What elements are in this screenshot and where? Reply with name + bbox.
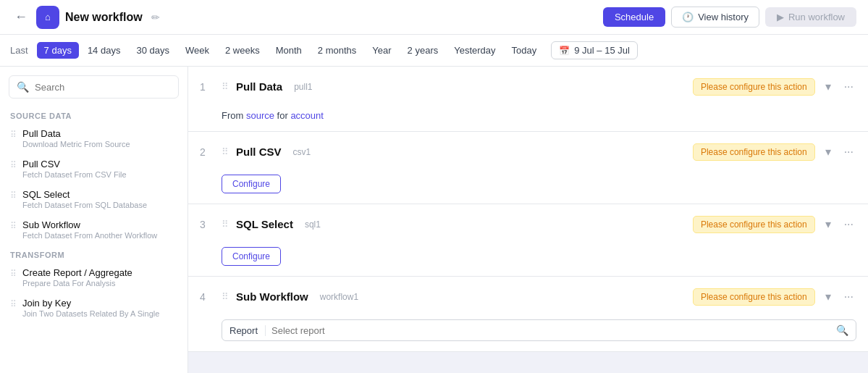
time-btn-month[interactable]: Month: [269, 42, 309, 59]
sidebar-item-pull-csv[interactable]: ⠿ Pull CSV Fetch Dataset From CSV File: [0, 154, 187, 184]
sidebar-item-name: Pull CSV: [22, 159, 127, 169]
action-row-3: 3 ⠿ SQL Select sql1 Please configure thi…: [188, 204, 868, 277]
sidebar-item-name: Create Report / Aggregate: [22, 267, 132, 278]
more-options-button-2[interactable]: ···: [841, 143, 856, 162]
action-body-1: From source for account: [188, 106, 868, 131]
schedule-button[interactable]: Schedule: [603, 7, 665, 27]
sidebar: 🔍 SOURCE DATA ⠿ Pull Data Download Metri…: [0, 67, 188, 373]
action-name-2: Pull CSV: [236, 146, 282, 158]
chevron-down-button-1[interactable]: ▾: [822, 77, 834, 96]
action-row-2: 2 ⠿ Pull CSV csv1 Please configure this …: [188, 132, 868, 204]
drag-handle-icon: ⠿: [10, 298, 17, 309]
configure-button-3[interactable]: Configure: [222, 247, 281, 266]
report-label: Report: [229, 325, 266, 336]
view-history-button[interactable]: 🕐 View history: [671, 7, 759, 28]
drag-handle-icon: ⠿: [10, 159, 17, 170]
configure-badge-1: Please configure this action: [693, 78, 815, 96]
search-wrap: 🔍: [0, 75, 187, 106]
sidebar-item-desc: Download Metric From Source: [22, 140, 130, 148]
run-icon: ▶: [777, 12, 784, 22]
search-box: 🔍: [9, 75, 179, 99]
action-drag-icon-2: ⠿: [222, 146, 229, 157]
run-workflow-button[interactable]: ▶ Run workflow: [765, 7, 856, 27]
action-body-4: Report 🔍: [188, 317, 868, 351]
header-left: ← ⌂ New workflow ✏: [12, 6, 603, 29]
more-options-button-3[interactable]: ···: [841, 215, 856, 234]
action-row-1: 1 ⠿ Pull Data pull1 Please configure thi…: [188, 67, 868, 132]
sidebar-item-sub-workflow[interactable]: ⠿ Sub Workflow Fetch Dataset From Anothe…: [0, 214, 187, 245]
workflow-area: 1 ⠿ Pull Data pull1 Please configure thi…: [188, 67, 868, 352]
source-link[interactable]: source: [246, 110, 274, 121]
configure-badge-4: Please configure this action: [693, 288, 815, 306]
time-btn-today[interactable]: Today: [505, 42, 544, 59]
action-name-1: Pull Data: [236, 80, 282, 93]
sidebar-item-create-report[interactable]: ⠿ Create Report / Aggregate Prepare Data…: [0, 262, 187, 293]
report-select: Report 🔍: [222, 319, 856, 341]
sidebar-item-desc: Fetch Dataset From SQL Database: [22, 201, 147, 209]
time-btn-2months[interactable]: 2 months: [311, 42, 363, 59]
back-button[interactable]: ←: [12, 7, 30, 28]
action-id-4: workflow1: [320, 292, 358, 302]
report-search-icon: 🔍: [836, 324, 848, 336]
time-btn-30days[interactable]: 30 days: [129, 42, 177, 59]
time-btn-2weeks[interactable]: 2 weeks: [218, 42, 267, 59]
workflow-title: New workflow: [65, 11, 143, 24]
action-number-4: 4: [200, 291, 214, 303]
time-btn-2years[interactable]: 2 years: [400, 42, 446, 59]
action-number-1: 1: [200, 81, 214, 93]
edit-icon[interactable]: ✏: [151, 12, 160, 23]
sidebar-item-name: Sub Workflow: [22, 219, 157, 230]
action-name-4: Sub Workflow: [236, 290, 308, 303]
section-label-transform: TRANSFORM: [0, 245, 187, 262]
date-range-picker[interactable]: 📅 9 Jul – 15 Jul: [551, 41, 638, 59]
chevron-down-button-3[interactable]: ▾: [822, 214, 834, 234]
chevron-down-button-4[interactable]: ▾: [822, 287, 834, 306]
sidebar-item-name: SQL Select: [22, 189, 147, 200]
more-options-button-4[interactable]: ···: [841, 288, 856, 306]
action-id-1: pull1: [294, 82, 312, 92]
sidebar-item-desc: Join Two Datasets Related By A Single: [22, 309, 159, 318]
action-id-2: csv1: [293, 147, 311, 157]
drag-handle-icon: ⠿: [10, 128, 17, 140]
action-row-4: 4 ⠿ Sub Workflow workflow1 Please config…: [188, 277, 868, 352]
workflow-content: 1 ⠿ Pull Data pull1 Please configure thi…: [188, 67, 868, 373]
home-icon-button[interactable]: ⌂: [36, 6, 59, 29]
header: ← ⌂ New workflow ✏ Schedule 🕐 View histo…: [0, 0, 868, 35]
history-icon: 🕐: [682, 12, 694, 22]
chevron-down-button-2[interactable]: ▾: [822, 142, 834, 162]
configure-badge-2: Please configure this action: [693, 143, 815, 161]
time-btn-year[interactable]: Year: [365, 42, 398, 59]
sidebar-item-desc: Fetch Dataset From CSV File: [22, 170, 127, 179]
main-layout: 🔍 SOURCE DATA ⠿ Pull Data Download Metri…: [0, 67, 868, 373]
sidebar-item-desc: Prepare Data For Analysis: [22, 279, 132, 288]
configure-button-2[interactable]: Configure: [222, 175, 281, 193]
more-options-button-1[interactable]: ···: [841, 77, 856, 96]
configure-badge-3: Please configure this action: [693, 216, 815, 233]
sidebar-item-name: Join by Key: [22, 298, 159, 309]
report-input[interactable]: [271, 325, 830, 336]
search-input[interactable]: [35, 82, 171, 93]
sidebar-item-desc: Fetch Dataset From Another Workflow: [22, 231, 157, 240]
sidebar-item-pull-data[interactable]: ⠿ Pull Data Download Metric From Source: [0, 123, 187, 154]
time-btn-yesterday[interactable]: Yesterday: [447, 42, 502, 59]
header-right: Schedule 🕐 View history ▶ Run workflow: [603, 7, 856, 28]
date-range-label: 9 Jul – 15 Jul: [574, 45, 630, 56]
action-body-2: Configure: [188, 172, 868, 204]
time-btn-14days[interactable]: 14 days: [80, 42, 128, 59]
sidebar-item-join-by-key[interactable]: ⠿ Join by Key Join Two Datasets Related …: [0, 293, 187, 323]
action-number-3: 3: [200, 219, 214, 230]
last-label: Last: [6, 45, 33, 56]
sidebar-item-sql-select[interactable]: ⠿ SQL Select Fetch Dataset From SQL Data…: [0, 184, 187, 214]
action-drag-icon-4: ⠿: [222, 291, 229, 302]
time-btn-7days[interactable]: 7 days: [37, 42, 79, 59]
drag-handle-icon: ⠿: [10, 189, 17, 201]
home-icon: ⌂: [45, 12, 51, 22]
section-label-source: SOURCE DATA: [0, 106, 187, 123]
time-btn-week[interactable]: Week: [178, 42, 216, 59]
search-icon: 🔍: [17, 81, 29, 93]
action-name-3: SQL Select: [236, 218, 293, 230]
action-drag-icon-1: ⠿: [222, 81, 229, 92]
action-id-3: sql1: [305, 219, 321, 230]
calendar-icon: 📅: [559, 46, 570, 56]
account-link[interactable]: account: [290, 110, 324, 121]
